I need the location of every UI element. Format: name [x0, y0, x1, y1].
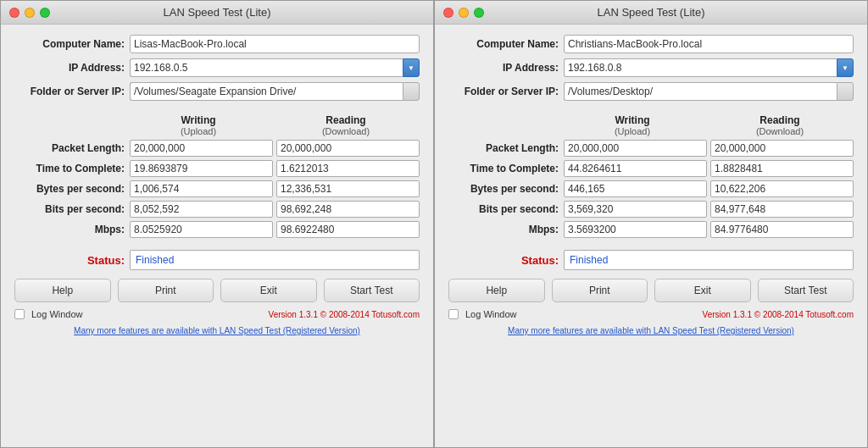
mbps-row-2: Mbps: 3.5693200 84.9776480 [448, 221, 854, 238]
help-button-1[interactable]: Help [14, 279, 111, 302]
folder-row-1: Folder or Server IP: [14, 82, 420, 101]
reg-link-2[interactable]: Many more features are available with LA… [448, 326, 854, 335]
folder-input-2[interactable] [564, 82, 837, 101]
col-reading-2: Reading (Download) [706, 114, 854, 136]
mbps-read-2: 84.9776480 [710, 221, 854, 238]
packet-write-2: 20,000,000 [564, 140, 707, 157]
log-checkbox-1[interactable] [14, 309, 25, 319]
ip-input-wrapper-1 [130, 58, 420, 77]
log-label-2: Log Window [465, 309, 517, 319]
start-button-1[interactable]: Start Test [324, 279, 420, 302]
packet-row-2: Packet Length: 20,000,000 20,000,000 [448, 140, 854, 157]
time-read-2: 1.8828481 [710, 160, 854, 177]
data-header-2: Writing (Upload) Reading (Download) [448, 114, 854, 136]
folder-browse-button-1[interactable] [403, 82, 420, 101]
minimize-button-1[interactable] [25, 8, 35, 18]
mbps-write-2: 3.5693200 [564, 221, 707, 238]
mbps-read-1: 98.6922480 [276, 221, 420, 238]
computer-name-label-1: Computer Name: [14, 38, 125, 50]
time-write-2: 44.8264611 [564, 160, 707, 177]
bytes-read-2: 10,622,206 [710, 180, 854, 197]
bits-write-2: 3,569,320 [564, 201, 707, 218]
computer-name-input-2[interactable] [564, 35, 854, 53]
status-row-2: Status: Finished [448, 250, 854, 270]
status-label-2: Status: [448, 254, 559, 267]
ip-dropdown-button-2[interactable] [837, 58, 854, 77]
ip-label-2: IP Address: [448, 62, 559, 74]
reg-link-1[interactable]: Many more features are available with LA… [14, 326, 420, 335]
bytes-row-2: Bytes per second: 446,165 10,622,206 [448, 180, 854, 197]
footer-row-1: Log Window Version 1.3.1 © 2008-2014 Tot… [14, 309, 420, 319]
log-checkbox-2[interactable] [448, 309, 459, 319]
folder-input-wrapper-1 [130, 82, 420, 101]
ip-row-2: IP Address: [448, 58, 854, 77]
bits-label-1: Bits per second: [14, 203, 125, 215]
bits-row-2: Bits per second: 3,569,320 84,977,648 [448, 201, 854, 218]
packet-label-1: Packet Length: [14, 142, 125, 154]
folder-input-1[interactable] [130, 82, 403, 101]
mbps-label-1: Mbps: [14, 224, 125, 235]
window-title-1: LAN Speed Test (Lite) [164, 6, 271, 19]
ip-dropdown-button-1[interactable] [403, 58, 420, 77]
minimize-button-2[interactable] [459, 8, 469, 18]
computer-name-row-1: Computer Name: [14, 35, 420, 53]
close-button-1[interactable] [9, 8, 19, 18]
window-1: LAN Speed Test (Lite) Computer Name: IP … [0, 0, 434, 448]
status-label-1: Status: [14, 254, 125, 267]
folder-input-wrapper-2 [564, 82, 854, 101]
time-label-2: Time to Complete: [448, 163, 559, 174]
packet-read-1: 20,000,000 [276, 140, 420, 157]
ip-input-2[interactable] [564, 58, 837, 77]
time-write-1: 19.8693879 [130, 160, 273, 177]
mbps-write-1: 8.0525920 [130, 221, 273, 238]
bits-read-1: 98,692,248 [276, 201, 420, 218]
print-button-2[interactable]: Print [552, 279, 648, 302]
content-1: Computer Name: IP Address: Folder or Ser… [1, 25, 433, 447]
button-row-1: Help Print Exit Start Test [14, 279, 420, 302]
bits-row-1: Bits per second: 8,052,592 98,692,248 [14, 201, 420, 218]
window-title-2: LAN Speed Test (Lite) [598, 6, 705, 19]
bytes-row-1: Bytes per second: 1,006,574 12,336,531 [14, 180, 420, 197]
button-row-2: Help Print Exit Start Test [448, 279, 854, 302]
traffic-lights-1[interactable] [9, 8, 50, 18]
col-writing-2: Writing (Upload) [559, 114, 706, 136]
maximize-button-1[interactable] [40, 8, 50, 18]
footer-row-2: Log Window Version 1.3.1 © 2008-2014 Tot… [448, 309, 854, 319]
bytes-write-2: 446,165 [564, 180, 707, 197]
time-row-1: Time to Complete: 19.8693879 1.6212013 [14, 160, 420, 177]
titlebar-2: LAN Speed Test (Lite) [435, 1, 867, 25]
exit-button-1[interactable]: Exit [220, 279, 317, 302]
maximize-button-2[interactable] [474, 8, 484, 18]
mbps-row-1: Mbps: 8.0525920 98.6922480 [14, 221, 420, 238]
status-value-2: Finished [564, 250, 854, 270]
ip-label-1: IP Address: [14, 62, 125, 74]
traffic-lights-2[interactable] [443, 8, 484, 18]
bytes-label-2: Bytes per second: [448, 183, 559, 195]
print-button-1[interactable]: Print [118, 279, 214, 302]
ip-input-1[interactable] [130, 58, 403, 77]
window-2: LAN Speed Test (Lite) Computer Name: IP … [434, 0, 868, 448]
bits-read-2: 84,977,648 [710, 201, 854, 218]
bytes-label-1: Bytes per second: [14, 183, 125, 195]
data-header-1: Writing (Upload) Reading (Download) [14, 114, 420, 136]
start-button-2[interactable]: Start Test [758, 279, 854, 302]
folder-row-2: Folder or Server IP: [448, 82, 854, 101]
ip-input-wrapper-2 [564, 58, 854, 77]
bits-write-1: 8,052,592 [130, 201, 273, 218]
bytes-read-1: 12,336,531 [276, 180, 420, 197]
packet-label-2: Packet Length: [448, 142, 559, 154]
folder-label-2: Folder or Server IP: [448, 86, 559, 97]
help-button-2[interactable]: Help [448, 279, 545, 302]
computer-name-input-1[interactable] [130, 35, 420, 53]
version-info-2: Version 1.3.1 © 2008-2014 Totusoft.com [524, 310, 854, 319]
folder-browse-button-2[interactable] [837, 82, 854, 101]
time-label-1: Time to Complete: [14, 163, 125, 174]
content-2: Computer Name: IP Address: Folder or Ser… [435, 25, 867, 447]
data-table-1: Writing (Upload) Reading (Download) Pack… [14, 114, 420, 241]
col-writing-1: Writing (Upload) [125, 114, 272, 136]
time-read-1: 1.6212013 [276, 160, 420, 177]
status-value-1: Finished [130, 250, 420, 270]
exit-button-2[interactable]: Exit [654, 279, 751, 302]
close-button-2[interactable] [443, 8, 453, 18]
data-table-2: Writing (Upload) Reading (Download) Pack… [448, 114, 854, 241]
